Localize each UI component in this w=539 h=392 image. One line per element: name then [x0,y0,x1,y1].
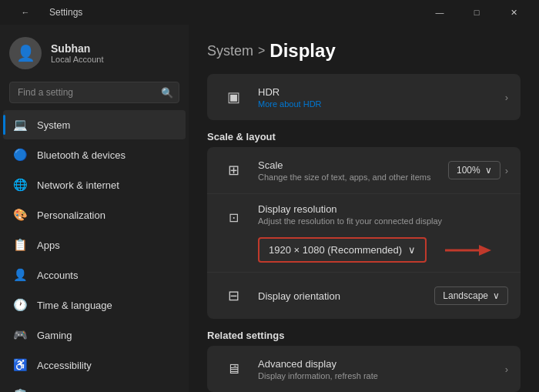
advanced-display-chevron: › [505,364,508,375]
scale-row[interactable]: ⊞ Scale Change the size of text, apps, a… [207,147,521,194]
sidebar-item-privacy[interactable]: 🛡️ Privacy & security [3,380,186,392]
scale-right: 100% ∨ › [448,161,508,179]
personalization-label: Personalization [37,209,105,221]
orientation-text: Display orientation [258,290,424,302]
accessibility-label: Accessibility [37,360,92,371]
privacy-icon: 🛡️ [12,387,28,392]
orientation-row[interactable]: ⊟ Display orientation Landscape ∨ [207,272,521,319]
hdr-sublabel: More about HDR [258,99,494,109]
scale-value[interactable]: 100% ∨ [448,161,500,179]
resolution-icon: ⊡ [219,203,247,231]
scale-layout-card: ⊞ Scale Change the size of text, apps, a… [207,147,521,319]
scale-text: Scale Change the size of text, apps, and… [258,159,437,182]
back-button[interactable]: ← [8,0,43,25]
user-name: Subhan [51,42,104,55]
resolution-label: Display resolution [258,203,508,215]
personalization-icon: 🎨 [12,207,28,223]
close-button[interactable]: ✕ [496,0,531,25]
advanced-display-text: Advanced display Display information, re… [258,358,494,380]
time-label: Time & language [37,300,112,311]
user-info: Subhan Local Account [51,42,104,64]
svg-marker-1 [479,245,491,256]
titlebar: ← Settings — □ ✕ [0,0,539,25]
bluetooth-label: Bluetooth & devices [37,149,126,161]
scale-label: Scale [258,159,437,171]
privacy-label: Privacy & security [37,390,116,393]
network-label: Network & internet [37,179,119,191]
sidebar-item-personalization[interactable]: 🎨 Personalization [3,200,186,230]
user-account-type: Local Account [51,55,104,64]
app-body: 👤 Subhan Local Account 🔍 💻 System 🔵 Blue… [0,25,539,392]
hdr-right: › [505,92,508,103]
hdr-row[interactable]: ▣ HDR More about HDR › [207,74,521,120]
avatar: 👤 [9,37,42,69]
resolution-text: Display resolution Adjust the resolution… [258,203,508,226]
scale-sublabel: Change the size of text, apps, and other… [258,173,437,182]
breadcrumb-separator: > [258,44,265,58]
orientation-label: Display orientation [258,290,424,302]
advanced-display-right: › [505,364,508,375]
titlebar-controls: — □ ✕ [422,0,531,25]
red-arrow [445,242,491,259]
related-settings-card: 🖥 Advanced display Display information, … [207,346,521,392]
hdr-text: HDR More about HDR [258,86,494,109]
titlebar-left: ← Settings [8,0,82,25]
related-settings-label: Related settings [207,330,521,341]
sidebar-item-time[interactable]: 🕐 Time & language [3,290,186,320]
sidebar-item-accessibility[interactable]: ♿ Accessibility [3,350,186,380]
advanced-display-icon: 🖥 [219,355,247,383]
gaming-icon: 🎮 [12,327,28,343]
scale-icon: ⊞ [219,156,247,184]
resolution-body: 1920 × 1080 (Recommended) ∨ [207,234,521,272]
breadcrumb-parent[interactable]: System [207,43,253,59]
breadcrumb: System > Display [207,40,521,62]
orientation-right: Landscape ∨ [434,286,508,305]
hdr-label: HDR [258,86,494,98]
time-icon: 🕐 [12,297,28,313]
sidebar-item-bluetooth[interactable]: 🔵 Bluetooth & devices [3,140,186,169]
resolution-chevron-icon: ∨ [408,244,416,256]
hdr-chevron: › [505,92,508,103]
bluetooth-icon: 🔵 [12,147,28,162]
sidebar-item-accounts[interactable]: 👤 Accounts [3,260,186,290]
resolution-dropdown[interactable]: 1920 × 1080 (Recommended) ∨ [258,237,427,263]
sidebar-item-apps[interactable]: 📋 Apps [3,230,186,260]
apps-label: Apps [37,240,60,251]
sidebar-item-gaming[interactable]: 🎮 Gaming [3,320,186,350]
hdr-icon: ▣ [219,83,247,111]
breadcrumb-current: Display [270,40,335,62]
scale-chevron: › [505,165,508,176]
network-icon: 🌐 [12,177,28,193]
accessibility-icon: ♿ [12,357,28,373]
orientation-value[interactable]: Landscape ∨ [434,286,508,305]
search-input[interactable] [9,82,179,103]
sidebar-item-network[interactable]: 🌐 Network & internet [3,170,186,199]
resolution-value: 1920 × 1080 (Recommended) [269,244,402,256]
accounts-label: Accounts [37,270,78,281]
scale-layout-label: Scale & layout [207,131,521,142]
search-icon: 🔍 [161,87,173,99]
advanced-display-row[interactable]: 🖥 Advanced display Display information, … [207,346,521,392]
advanced-display-label: Advanced display [258,358,494,370]
resolution-header: ⊡ Display resolution Adjust the resoluti… [207,194,521,234]
hdr-card: ▣ HDR More about HDR › [207,74,521,120]
orientation-icon: ⊟ [219,282,247,310]
minimize-button[interactable]: — [422,0,457,25]
search-box: 🔍 [9,82,179,103]
advanced-display-sublabel: Display information, refresh rate [258,371,494,380]
system-label: System [37,119,70,131]
accounts-icon: 👤 [12,267,28,283]
resolution-sublabel: Adjust the resolution to fit your connec… [258,216,508,226]
apps-icon: 📋 [12,237,28,253]
user-section: 👤 Subhan Local Account [0,25,189,79]
gaming-label: Gaming [37,330,72,341]
sidebar-item-system[interactable]: 💻 System [3,110,186,139]
titlebar-title: Settings [49,7,82,18]
system-icon: 💻 [12,117,28,132]
nav-items: 💻 System 🔵 Bluetooth & devices 🌐 Network… [0,109,189,392]
content-area: System > Display ▣ HDR More about HDR › … [189,25,539,392]
sidebar: 👤 Subhan Local Account 🔍 💻 System 🔵 Blue… [0,25,189,392]
maximize-button[interactable]: □ [459,0,494,25]
